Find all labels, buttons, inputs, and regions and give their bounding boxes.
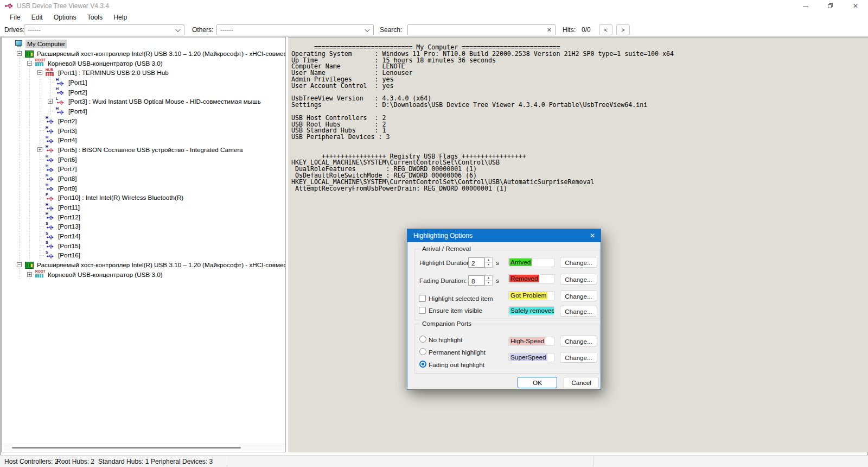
- tree-item[interactable]: H[Port4]: [2, 106, 285, 116]
- tree-guide-line: [29, 116, 30, 126]
- seconds-label: s: [496, 259, 499, 267]
- highlight-duration-input[interactable]: 2: [468, 257, 484, 268]
- no-highlight-radio[interactable]: [419, 336, 426, 343]
- next-hit-button[interactable]: >: [616, 24, 630, 35]
- tree-item-label: [Port16]: [56, 251, 82, 260]
- dialog-close-button[interactable]: ✕: [584, 232, 601, 239]
- ensure-item-visible-checkbox[interactable]: [419, 307, 426, 314]
- tree-item[interactable]: S[Port14]: [2, 231, 285, 241]
- spinner-up-icon[interactable]: ▲: [485, 258, 492, 263]
- tree-guide-line: [29, 174, 30, 184]
- change-superspeed-button[interactable]: Change...: [560, 352, 597, 363]
- cancel-button[interactable]: Cancel: [564, 377, 599, 388]
- usb-port-icon: H: [46, 184, 55, 192]
- collapse-toggle-icon[interactable]: −: [27, 61, 32, 66]
- dialog-titlebar[interactable]: Highlighting Options ✕: [407, 229, 601, 242]
- tree-item[interactable]: S[Port15]: [2, 241, 285, 250]
- expand-toggle-icon[interactable]: +: [37, 147, 42, 152]
- expand-toggle-icon[interactable]: +: [27, 272, 32, 277]
- tree-item[interactable]: +H[Port5] : BISON Составное USB устройст…: [2, 145, 285, 155]
- fading-duration-input[interactable]: 8: [468, 275, 484, 286]
- menu-file[interactable]: File: [4, 12, 26, 22]
- tree-item[interactable]: H[Port1]: [2, 78, 285, 87]
- highlight-duration-spinner[interactable]: ▲▼: [484, 257, 493, 268]
- tree-item[interactable]: H[Port12]: [2, 212, 285, 222]
- arrived-sample: Arrived: [509, 258, 532, 266]
- usb-port-icon: H: [46, 204, 55, 211]
- tree-item[interactable]: H[Port8]: [2, 174, 285, 184]
- tree-item[interactable]: My Computer: [2, 39, 285, 49]
- drives-label: Drives:: [4, 26, 24, 34]
- spinner-down-icon[interactable]: ▼: [485, 281, 492, 285]
- tree-item[interactable]: H[Port7]: [2, 164, 285, 174]
- tree-item-label: [Port8]: [56, 174, 78, 182]
- highlight-selected-item-checkbox[interactable]: [419, 295, 426, 302]
- minimize-button[interactable]: [793, 0, 818, 12]
- tree-item[interactable]: F[Port10] : Intel Intel(R) Wireless Blue…: [2, 193, 285, 203]
- tree-guide-line: [19, 183, 20, 193]
- change-arrived-button[interactable]: Change...: [560, 257, 597, 268]
- change-high-speed-button[interactable]: Change...: [560, 336, 597, 346]
- tree-guide-line: [40, 87, 40, 97]
- change-removed-button[interactable]: Change...: [560, 274, 597, 285]
- tree-guide-line: [40, 178, 45, 179]
- menu-tools[interactable]: Tools: [82, 12, 108, 22]
- clear-search-icon[interactable]: ✕: [547, 27, 552, 34]
- menubar: FileEditOptionsToolsHelp: [0, 12, 868, 23]
- tree-guide-line: [29, 212, 30, 222]
- scrollbar-thumb[interactable]: [12, 447, 241, 449]
- tree-item[interactable]: H[Port4]: [2, 135, 285, 145]
- ok-button[interactable]: OK: [518, 377, 557, 388]
- tree-item[interactable]: −Расширяемый хост-контроллер Intel(R) US…: [2, 49, 285, 59]
- tree-item[interactable]: −Расширяемый хост-контроллер Intel(R) US…: [2, 260, 285, 270]
- previous-hit-button[interactable]: <: [599, 24, 612, 35]
- close-button[interactable]: ✕: [843, 0, 868, 12]
- tree-item-label: [Port9]: [56, 184, 78, 192]
- statusbar: Host Controllers: 2 Root Hubs: 2 Standar…: [0, 455, 868, 467]
- change-safely-removed-button[interactable]: Change...: [560, 306, 597, 317]
- horizontal-scrollbar[interactable]: [2, 444, 285, 451]
- tree-guide-line: [19, 125, 20, 135]
- menu-edit[interactable]: Edit: [26, 12, 48, 22]
- usb-port-icon: H: [56, 88, 65, 96]
- tree-item[interactable]: −ROOTКорневой USB-концентратор (USB 3.0): [2, 58, 285, 68]
- fading-duration-spinner[interactable]: ▲▼: [484, 275, 493, 286]
- fading-out-highlight-radio[interactable]: [419, 361, 426, 368]
- spinner-down-icon[interactable]: ▼: [485, 263, 492, 267]
- search-input[interactable]: ✕: [407, 24, 556, 35]
- tree-item[interactable]: +ROOTКорневой USB-концентратор (USB 3.0): [2, 270, 285, 280]
- tree-item[interactable]: H[Port9]: [2, 183, 285, 193]
- collapse-toggle-icon[interactable]: −: [37, 70, 42, 75]
- expand-toggle-icon[interactable]: +: [48, 99, 53, 104]
- tree-guide-line: [19, 97, 20, 106]
- menu-help[interactable]: Help: [108, 12, 132, 22]
- menu-options[interactable]: Options: [48, 12, 82, 22]
- restore-button[interactable]: [818, 0, 843, 12]
- tree-item[interactable]: H[Port3]: [2, 125, 285, 135]
- close-icon: ✕: [853, 3, 858, 9]
- change-got-problem-button[interactable]: Change...: [560, 291, 597, 301]
- window-title: USB Device Tree Viewer V4.3.4: [17, 2, 109, 10]
- tree-item[interactable]: H[Port2]: [2, 87, 285, 97]
- tree-guide-line: [40, 106, 40, 116]
- tree-guide-line: [50, 92, 55, 92]
- tree-guide-line: [29, 125, 30, 135]
- tree-guide-line: [29, 87, 30, 97]
- tree-item[interactable]: H[Port2]: [2, 116, 285, 126]
- tree-item[interactable]: H[Port11]: [2, 203, 285, 212]
- spinner-up-icon[interactable]: ▲: [485, 276, 492, 281]
- tree-item[interactable]: S[Port13]: [2, 222, 285, 231]
- tree-item[interactable]: +L[Port3] : Wuxi Instant USB Optical Mou…: [2, 97, 285, 106]
- collapse-toggle-icon[interactable]: −: [17, 51, 22, 56]
- tree-guide-line: [40, 255, 45, 256]
- tree-item[interactable]: S[Port16]: [2, 250, 285, 260]
- tree-item[interactable]: −HUB[Port1] : TERMINUS USB 2.0 USB Hub: [2, 68, 285, 78]
- others-combo[interactable]: ------: [216, 24, 374, 35]
- permanent-highlight-radio[interactable]: [419, 348, 426, 355]
- superspeed-color-field: SuperSpeed: [508, 353, 554, 362]
- tree-item-label: Корневой USB-концентратор (USB 3.0): [46, 270, 164, 279]
- tree-item[interactable]: H[Port6]: [2, 154, 285, 164]
- drives-combo[interactable]: ------: [24, 24, 184, 35]
- collapse-toggle-icon[interactable]: −: [17, 262, 22, 267]
- tree-guide-line: [40, 121, 45, 121]
